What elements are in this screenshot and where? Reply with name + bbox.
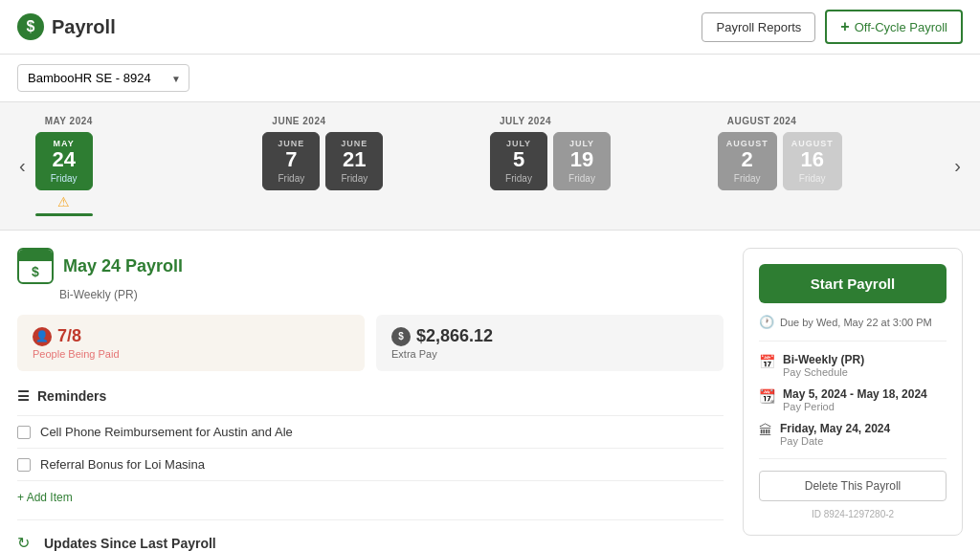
reminder-checkbox-1[interactable] [17, 458, 31, 472]
payroll-subtitle: Bi-Weekly (PR) [59, 288, 724, 301]
clock-icon: 🕐 [759, 315, 774, 329]
start-payroll-box: Start Payroll 🕐 Due by Wed, May 22 at 3:… [743, 248, 963, 536]
page-title: Payroll [52, 16, 116, 38]
cal-day-june21[interactable]: JUNE 21 Friday [325, 132, 383, 190]
calendar-sched-icon: 📅 [759, 354, 775, 369]
bank-icon: 🏛 [759, 423, 772, 438]
reminder-list: Cell Phone Reimbursement for Austin and … [17, 415, 724, 481]
divider-2 [759, 458, 947, 459]
reminder-checkbox-0[interactable] [17, 426, 31, 439]
july-label: JULY 2024 [500, 116, 551, 126]
top-actions: Payroll Reports + Off-Cycle Payroll [702, 10, 963, 44]
top-bar: $ Payroll Payroll Reports + Off-Cycle Pa… [0, 0, 980, 55]
divider-1 [759, 341, 947, 342]
pay-period-row: 📆 May 5, 2024 - May 18, 2024 Pay Period [759, 387, 947, 412]
stat-box-money: $ $2,866.12 Extra Pay [376, 315, 724, 371]
stat-money-value: $ $2,866.12 [391, 326, 708, 346]
calendar-month-june: JUNE 2024 JUNE 7 Friday JUNE 21 Friday [262, 116, 490, 190]
stat-money-label: Extra Pay [391, 348, 708, 360]
calendar-next-button[interactable]: › [945, 155, 970, 177]
company-select-wrap: BambooHR SE - 8924 [17, 64, 189, 92]
cal-day-aug16[interactable]: AUGUST 16 Friday [783, 132, 842, 190]
reminders-icon: ☰ [17, 388, 30, 404]
calendar-month-july: JULY 2024 JULY 5 Friday JULY 19 Friday [490, 116, 718, 190]
active-underline [35, 213, 93, 216]
stat-people-value: 👤 7/8 [33, 326, 349, 346]
calendar-month-may: MAY 2024 MAY 24 Friday ⚠ [35, 116, 263, 216]
updates-header: ↻ Updates Since Last Payroll [17, 534, 724, 551]
right-pane: Start Payroll 🕐 Due by Wed, May 22 at 3:… [743, 248, 963, 551]
calendar-month-august: AUGUST 2024 AUGUST 2 Friday AUGUST 16 Fr… [718, 116, 946, 190]
cal-day-july5[interactable]: JULY 5 Friday [490, 132, 547, 190]
payroll-id: ID 8924-1297280-2 [759, 509, 947, 519]
payroll-reports-button[interactable]: Payroll Reports [702, 12, 815, 42]
pay-schedule-label: Bi-Weekly (PR) [783, 353, 864, 366]
reminder-text-1: Referral Bonus for Loi Masina [40, 457, 205, 472]
pay-date-label: Friday, May 24, 2024 [780, 422, 890, 435]
reminder-item-1: Referral Bonus for Loi Masina [17, 449, 724, 481]
cal-day-may24-wrapper: MAY 24 Friday ⚠ [35, 132, 93, 216]
company-select[interactable]: BambooHR SE - 8924 [17, 64, 189, 92]
stats-row: 👤 7/8 People Being Paid $ $2,866.12 Extr… [17, 315, 724, 371]
cal-day-aug2[interactable]: AUGUST 2 Friday [718, 132, 777, 190]
payroll-calendar-icon: $ [17, 248, 54, 284]
june-label: JUNE 2024 [272, 116, 325, 126]
august-label: AUGUST 2024 [727, 116, 797, 126]
calendar-prev-button[interactable]: ‹ [10, 155, 35, 177]
main-content: $ May 24 Payroll Bi-Weekly (PR) 👤 7/8 Pe… [0, 231, 980, 551]
add-item-link[interactable]: + Add Item [17, 491, 73, 504]
person-icon: 👤 [33, 327, 52, 346]
cal-day-june7[interactable]: JUNE 7 Friday [262, 132, 320, 190]
due-date-text: Due by Wed, May 22 at 3:00 PM [780, 317, 932, 328]
left-pane: $ May 24 Payroll Bi-Weekly (PR) 👤 7/8 Pe… [17, 248, 724, 551]
delete-payroll-button[interactable]: Delete This Payroll [759, 471, 947, 501]
calendar-strip: ‹ MAY 2024 MAY 24 Friday ⚠ JUNE 2024 [0, 102, 980, 231]
pay-period-sub: Pay Period [783, 401, 927, 412]
calendar-months: MAY 2024 MAY 24 Friday ⚠ JUNE 2024 JUNE [35, 116, 946, 216]
start-payroll-button[interactable]: Start Payroll [759, 264, 947, 303]
may-label: MAY 2024 [45, 116, 93, 126]
stat-box-people: 👤 7/8 People Being Paid [17, 315, 365, 371]
reminders-section-title: ☰ Reminders [17, 388, 724, 404]
cal-day-may24[interactable]: MAY 24 Friday [35, 132, 93, 190]
pay-period-label: May 5, 2024 - May 18, 2024 [783, 387, 927, 401]
refresh-icon: ↻ [17, 534, 36, 551]
page-title-area: $ Payroll [17, 13, 116, 40]
cal-day-july19[interactable]: JULY 19 Friday [553, 132, 611, 190]
due-date-row: 🕐 Due by Wed, May 22 at 3:00 PM [759, 315, 947, 329]
extra-pay-dollar-icon: $ [391, 327, 411, 346]
payroll-title: May 24 Payroll [63, 256, 183, 276]
calendar-period-icon: 📆 [759, 388, 775, 404]
stat-people-label: People Being Paid [33, 348, 349, 360]
reminder-text-0: Cell Phone Reimbursement for Austin and … [40, 425, 293, 439]
reminder-item-0: Cell Phone Reimbursement for Austin and … [17, 416, 724, 449]
pay-schedule-row: 📅 Bi-Weekly (PR) Pay Schedule [759, 353, 947, 378]
off-cycle-payroll-button[interactable]: + Off-Cycle Payroll [825, 10, 963, 44]
updates-title: Updates Since Last Payroll [44, 536, 216, 551]
pay-date-row: 🏛 Friday, May 24, 2024 Pay Date [759, 422, 947, 447]
pay-date-sub: Pay Date [780, 435, 890, 447]
payroll-header: $ May 24 Payroll [17, 248, 724, 284]
pay-schedule-sub: Pay Schedule [783, 366, 864, 378]
dollar-icon: $ [17, 13, 44, 40]
plus-icon: + [840, 18, 849, 35]
updates-section: ↻ Updates Since Last Payroll Having info… [17, 519, 724, 551]
company-bar: BambooHR SE - 8924 [0, 55, 980, 102]
warning-icon: ⚠ [57, 194, 70, 209]
